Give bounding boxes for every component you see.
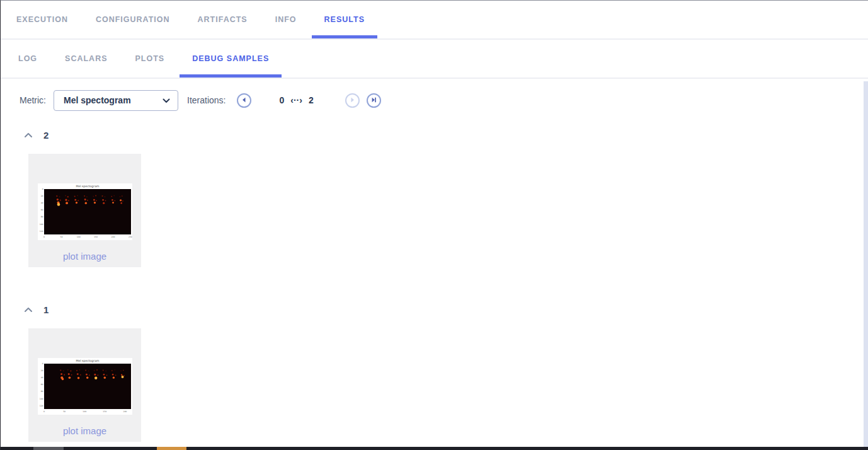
svg-text:Mel spectogram: Mel spectogram (76, 185, 99, 188)
tab-info[interactable]: INFO (263, 1, 309, 38)
chevron-up-icon (24, 305, 33, 314)
svg-text:150: 150 (94, 236, 98, 238)
chevron-down-icon (163, 95, 170, 106)
tab-debug-samples[interactable]: DEBUG SAMPLES (180, 40, 282, 78)
svg-text:Mel spectogram: Mel spectogram (76, 359, 99, 362)
metric-selected-value: Mel spectogram (64, 95, 131, 105)
collapse-section-button[interactable] (23, 129, 34, 141)
tab-execution[interactable]: EXECUTION (4, 1, 81, 38)
primary-tab-bar: EXECUTION CONFIGURATION ARTIFACTS INFO R… (1, 1, 868, 40)
next-iteration-button[interactable] (345, 93, 360, 108)
svg-text:100: 100 (39, 398, 43, 400)
svg-text:20: 20 (40, 369, 43, 372)
collapse-section-button[interactable] (23, 304, 34, 316)
svg-text:100: 100 (76, 236, 80, 238)
svg-text:0: 0 (42, 362, 43, 365)
iteration-min-value: 0 (279, 95, 284, 105)
svg-text:0: 0 (43, 410, 45, 413)
svg-text:120: 120 (39, 405, 43, 407)
iteration-section-1: 1 Mel spectogram020406080100120050100150… (1, 304, 868, 442)
section-header: 1 (23, 304, 868, 316)
tab-log[interactable]: LOG (6, 40, 50, 78)
iteration-number: 2 (43, 130, 49, 141)
spectrogram-thumbnail[interactable]: Mel spectogram02040608010012005010015020… (38, 358, 132, 415)
tab-scalars[interactable]: SCALARS (52, 40, 120, 78)
partial-next-row-segment (157, 447, 186, 450)
svg-text:150: 150 (103, 410, 106, 413)
skip-to-end-icon (370, 96, 377, 105)
chevron-right-circle-icon (349, 96, 356, 105)
svg-text:80: 80 (40, 390, 43, 393)
svg-text:80: 80 (40, 216, 43, 218)
iteration-range-icon: ‹··› (290, 95, 302, 105)
previous-iteration-button[interactable] (237, 93, 251, 108)
tab-plots[interactable]: PLOTS (123, 40, 178, 78)
svg-text:0: 0 (42, 188, 43, 190)
plot-image-link[interactable]: plot image (63, 251, 106, 262)
svg-text:100: 100 (83, 410, 86, 413)
iteration-section-2: 2 Mel spectogram020406080100120050100150… (1, 129, 868, 267)
svg-text:0: 0 (43, 236, 45, 238)
iteration-number: 1 (43, 304, 49, 315)
tab-results[interactable]: RESULTS (312, 1, 377, 38)
svg-text:50: 50 (63, 410, 66, 413)
secondary-tab-bar: LOG SCALARS PLOTS DEBUG SAMPLES (1, 40, 868, 79)
svg-text:100: 100 (39, 223, 43, 226)
last-iteration-button[interactable] (367, 93, 381, 108)
svg-text:200: 200 (123, 410, 127, 413)
debug-sample-card[interactable]: Mel spectogram02040608010012005010015020… (28, 328, 141, 442)
svg-text:200: 200 (111, 236, 115, 238)
tab-configuration[interactable]: CONFIGURATION (83, 1, 183, 38)
svg-text:250: 250 (128, 236, 132, 238)
debug-samples-toolbar: Metric: Mel spectogram Iterations: 0 ‹··… (20, 88, 868, 113)
tab-artifacts[interactable]: ARTIFACTS (185, 1, 260, 38)
vertical-scrollbar[interactable] (864, 81, 868, 447)
plot-image-link[interactable]: plot image (63, 425, 106, 436)
svg-text:60: 60 (40, 383, 43, 386)
svg-text:60: 60 (40, 209, 43, 211)
spectrogram-thumbnail[interactable]: Mel spectogram02040608010012005010015020… (38, 183, 132, 240)
iterations-label: Iterations: (187, 95, 226, 105)
iteration-max-value: 2 (309, 95, 314, 105)
svg-text:40: 40 (40, 376, 43, 379)
debug-sample-card[interactable]: Mel spectogram02040608010012005010015020… (28, 154, 141, 267)
svg-text:120: 120 (39, 230, 43, 233)
chevron-left-circle-icon (241, 96, 248, 105)
metric-label: Metric: (20, 95, 46, 105)
svg-text:40: 40 (40, 202, 43, 204)
partial-next-row (1, 447, 868, 450)
svg-text:20: 20 (40, 195, 43, 197)
svg-text:50: 50 (60, 236, 62, 238)
partial-next-row-segment (33, 447, 64, 450)
metric-select[interactable]: Mel spectogram (54, 90, 178, 111)
chevron-up-icon (24, 130, 33, 140)
section-header: 2 (23, 129, 868, 141)
experiment-results-window: EXECUTION CONFIGURATION ARTIFACTS INFO R… (0, 0, 868, 450)
